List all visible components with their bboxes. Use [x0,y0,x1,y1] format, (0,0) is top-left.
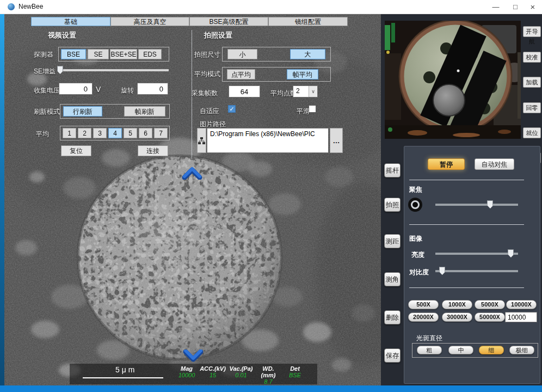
path-input[interactable]: D:\Program Files (x86)\NewBee\PIC [207,128,329,153]
mag-1000x-button[interactable]: 1000X [442,300,472,309]
focus-thumb[interactable] [487,200,493,209]
panel-divider-1 [409,180,524,180]
stage-move-up-icon[interactable] [182,167,202,180]
panel-divider-2 [409,224,524,225]
avg-frame-button[interactable]: 帧平均 [287,69,318,79]
detector-eds-button[interactable]: EDS [138,49,162,59]
window-title: NewBee [19,3,43,10]
spot-fine-button[interactable]: 细 [479,346,504,354]
chevron-down-icon[interactable]: ∨ [309,86,317,97]
frames-label: 采集帧数 [192,89,218,98]
contrast-thumb[interactable] [439,267,445,275]
avg-point-button[interactable]: 点平均 [227,69,255,79]
app-window: NewBee — □ × 基础 高压及真空 BSE高级配置 镜组配置 视频设置 … [0,0,542,392]
mag-50000x-button[interactable]: 50000X [475,313,505,322]
brightness-track [435,253,518,255]
contrast-slider[interactable] [435,267,518,275]
tab-lens-config[interactable]: 镜组配置 [268,17,348,26]
refresh-frame-button[interactable]: 帧刷新 [124,106,165,117]
refresh-mode-label: 刷新模式 [34,107,60,117]
size-large-button[interactable]: 大 [290,49,325,59]
brightness-slider[interactable] [435,249,518,258]
spot-extra-fine-button[interactable]: 极细 [509,346,534,354]
tab-hv-vacuum[interactable]: 高压及真空 [110,17,189,26]
nav-calibrate-button[interactable]: 校准 [523,52,541,63]
taskbar[interactable] [0,385,542,392]
rotation-input[interactable] [137,83,168,95]
se-gain-slider[interactable] [59,66,169,75]
tab-basic[interactable]: 基础 [31,17,110,26]
average-7-button[interactable]: 7 [154,128,168,138]
spot-medium-button[interactable]: 中 [448,346,473,354]
desktop-edge [0,14,4,385]
points-value: 2 [296,87,300,95]
panel-divider-3 [409,287,524,288]
nav-zero-button[interactable]: 回零 [523,102,541,113]
mag-500x-button[interactable]: 500X [408,300,439,309]
size-small-button[interactable]: 小 [227,49,257,59]
contrast-label: 对比度 [409,268,429,277]
average-4-button[interactable]: 4 [108,128,122,138]
se-gain-track [59,69,169,71]
autofocus-button[interactable]: 自动对焦 [475,158,514,170]
focus-label: 聚焦 [409,185,422,194]
tool-measure-distance-button[interactable]: 测距 [384,234,401,248]
mag-value-input[interactable] [505,312,537,322]
video-settings-title: 视频设置 [48,30,76,40]
nav-in-position-button[interactable]: 就位 [523,127,541,138]
tool-measure-angle-button[interactable]: 测角 [384,272,401,286]
close-button[interactable]: × [523,0,542,14]
maximize-button[interactable]: □ [506,0,525,14]
status-mag-label: Mag [174,365,200,372]
mag-20000x-button[interactable]: 20000X [408,313,439,322]
stage-move-down-icon[interactable] [183,350,204,363]
refresh-line-button[interactable]: 行刷新 [63,106,102,117]
spot-size-label: 光斑直径 [416,334,442,343]
status-acc-label: ACC.(kV) [200,365,226,372]
photo-size-label: 拍照尺寸 [194,50,220,59]
focus-target-icon[interactable] [408,198,422,212]
minimize-button[interactable]: — [486,0,505,14]
tab-bse-advanced[interactable]: BSE高级配置 [189,17,268,26]
brightness-thumb[interactable] [508,249,514,258]
brightness-label: 亮度 [411,250,424,260]
titlebar: NewBee — □ × [0,0,542,14]
average-3-button[interactable]: 3 [93,128,107,138]
adaptive-checkbox[interactable]: ✓ [228,105,236,113]
detector-bsese-button[interactable]: BSE+SE [110,49,137,59]
average-5-button[interactable]: 5 [124,128,137,138]
mag-10000x-button[interactable]: 10000X [506,300,537,309]
status-vac-label: Vac.(Pa) [228,365,254,372]
status-overlay: 5μm Mag10000 ACC.(kV)15 Vac.(Pa)0.01 WD.… [70,364,317,384]
tool-save-button[interactable]: 保存 [384,348,401,363]
status-mag-value: 10000 [174,372,200,378]
path-tree-button[interactable] [197,128,206,153]
adaptive-label: 自适应 [200,107,219,116]
average-6-button[interactable]: 6 [139,128,152,138]
average-2-button[interactable]: 2 [78,128,91,138]
mag-5000x-button[interactable]: 5000X [475,300,505,309]
points-dropdown[interactable]: 2 ∨ [293,85,318,97]
average-1-button[interactable]: 1 [63,128,76,138]
tool-capture-button[interactable]: 拍照 [384,198,401,212]
mag-30000x-button[interactable]: 30000X [442,313,472,322]
tool-joystick-button[interactable]: 摇杆 [384,163,401,177]
frames-input[interactable] [229,85,260,97]
collect-voltage-input[interactable] [59,83,93,95]
smooth-label: 平滑 [297,107,310,116]
smooth-checkbox[interactable] [309,105,316,113]
detector-bse-button[interactable]: BSE [61,49,86,59]
rotation-label: 旋转 [121,86,134,95]
voltage-unit-label: V [96,85,101,94]
detector-se-button[interactable]: SE [88,49,109,59]
connect-button[interactable]: 连接 [138,145,168,156]
tool-delete-button[interactable]: 删除 [384,310,401,324]
reset-button[interactable]: 复位 [61,145,91,156]
pause-button[interactable]: 暂停 [428,158,465,170]
nav-open-navigation-button[interactable]: 开导航 [523,26,541,37]
focus-slider[interactable] [435,200,518,209]
spot-coarse-button[interactable]: 粗 [417,346,442,354]
browse-button[interactable]: … [330,128,343,153]
se-gain-label: SE增益 [34,67,56,76]
nav-load-button[interactable]: 加载 [523,77,541,88]
